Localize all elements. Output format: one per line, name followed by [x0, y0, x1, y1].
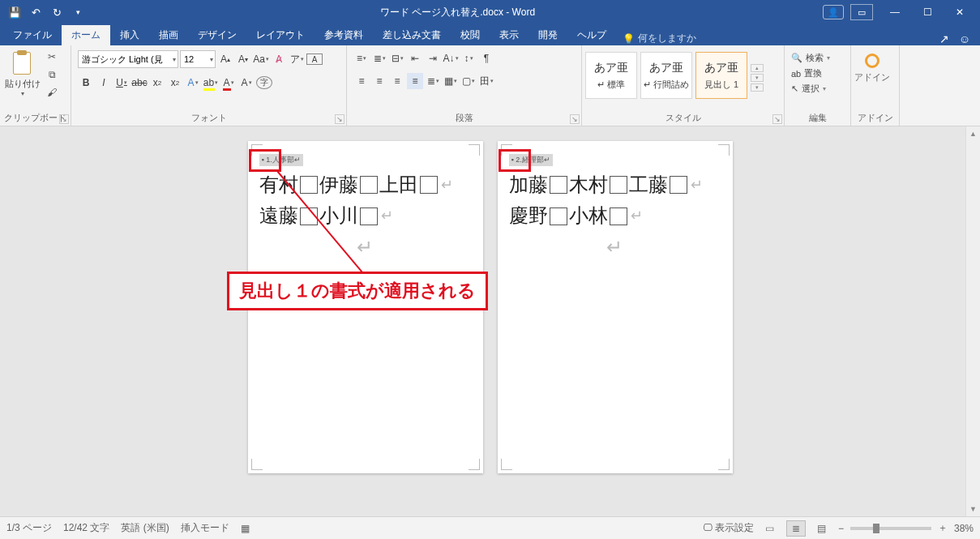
page2-empty: ↵: [509, 232, 721, 263]
lightbulb-icon: 💡: [623, 33, 635, 45]
web-layout-icon[interactable]: ▤: [812, 520, 832, 537]
paragraph-shading-icon[interactable]: 田: [478, 73, 494, 89]
tab-home[interactable]: ホーム: [62, 25, 110, 45]
align-center-icon[interactable]: ≡: [371, 73, 387, 89]
status-page[interactable]: 1/3 ページ: [6, 521, 52, 535]
tab-review[interactable]: 校閲: [451, 25, 490, 45]
character-border-icon[interactable]: A: [306, 53, 323, 65]
increase-indent-icon[interactable]: ⇥: [425, 50, 441, 66]
show-marks-icon[interactable]: ¶: [478, 50, 494, 66]
justify-icon[interactable]: ≡: [407, 73, 423, 89]
paragraph-launcher-icon[interactable]: ↘: [570, 114, 580, 124]
display-settings-button[interactable]: 🖵 表示設定: [703, 521, 754, 535]
find-button[interactable]: 🔍検索▾: [788, 50, 833, 66]
style-normal[interactable]: あア亜 ↵ 標準: [585, 52, 637, 99]
macro-record-icon[interactable]: ▦: [241, 523, 250, 534]
sort-icon[interactable]: A↓: [443, 50, 459, 66]
scroll-down-icon[interactable]: ▼: [966, 502, 980, 516]
font-launcher-icon[interactable]: ↘: [335, 114, 344, 124]
character-shading-icon[interactable]: A: [238, 75, 255, 91]
shrink-font-icon[interactable]: A▾: [235, 51, 251, 67]
enclose-characters-icon[interactable]: 字: [256, 76, 272, 89]
change-case-icon[interactable]: Aa: [253, 51, 269, 67]
tab-help[interactable]: ヘルプ: [567, 25, 616, 45]
tell-me-search[interactable]: 💡 何をしますか: [616, 32, 703, 45]
multilevel-list-icon[interactable]: ⊟: [389, 50, 405, 66]
tab-design[interactable]: デザイン: [188, 25, 246, 45]
zoom-level[interactable]: 38%: [954, 523, 974, 534]
scroll-up-icon[interactable]: ▴: [751, 64, 764, 72]
strikethrough-button[interactable]: abc: [131, 75, 148, 91]
tab-mailings[interactable]: 差し込み文書: [373, 25, 451, 45]
zoom-slider[interactable]: [850, 527, 931, 530]
paste-button[interactable]: 貼り付け ▾: [3, 47, 42, 97]
redo-icon[interactable]: ↻: [50, 6, 63, 19]
print-layout-icon[interactable]: ≣: [786, 520, 806, 537]
page-2[interactable]: ▪ 2.経理部↵ 加藤木村工藤↵ 慶野小林↵ ↵: [498, 141, 733, 473]
tab-view[interactable]: 表示: [490, 25, 529, 45]
align-right-icon[interactable]: ≡: [389, 73, 405, 89]
feedback-icon[interactable]: ☺: [959, 32, 970, 45]
group-clipboard: 貼り付け ▾ ✂ ⧉ 🖌 クリップボード ↘: [0, 45, 71, 126]
style-no-spacing[interactable]: あア亜 ↵ 行間詰め: [640, 52, 692, 99]
zoom-out-button[interactable]: −: [838, 523, 844, 534]
copy-icon[interactable]: ⧉: [45, 68, 58, 81]
borders-icon[interactable]: ▢: [460, 73, 477, 89]
select-button[interactable]: ↖選択▾: [788, 81, 829, 96]
line-spacing-icon[interactable]: ↕: [460, 50, 477, 66]
scroll-down-icon[interactable]: ▾: [751, 74, 764, 82]
subscript-button[interactable]: x2: [149, 75, 165, 91]
decrease-indent-icon[interactable]: ⇤: [407, 50, 423, 66]
account-icon[interactable]: 👤: [823, 5, 844, 19]
underline-button[interactable]: U: [113, 75, 130, 91]
format-painter-icon[interactable]: 🖌: [45, 86, 58, 99]
clear-formatting-icon[interactable]: A̷: [271, 51, 287, 67]
styles-launcher-icon[interactable]: ↘: [772, 114, 782, 124]
status-language[interactable]: 英語 (米国): [121, 521, 169, 535]
tab-developer[interactable]: 開発: [529, 25, 567, 45]
minimize-button[interactable]: —: [879, 2, 910, 22]
scroll-up-icon[interactable]: ▲: [966, 126, 980, 141]
italic-button[interactable]: I: [96, 75, 112, 91]
superscript-button[interactable]: x2: [167, 75, 183, 91]
font-size-combo[interactable]: 12▾: [180, 50, 216, 68]
cut-icon[interactable]: ✂: [45, 50, 58, 63]
align-left-icon[interactable]: ≡: [353, 73, 370, 89]
maximize-button[interactable]: ☐: [912, 2, 943, 22]
tab-insert[interactable]: 挿入: [110, 25, 149, 45]
bold-button[interactable]: B: [78, 75, 94, 91]
tab-layout[interactable]: レイアウト: [246, 25, 315, 45]
replace-button[interactable]: ab置換: [788, 66, 825, 81]
style-heading-1[interactable]: あア亜 見出し 1: [695, 52, 747, 99]
font-color-icon[interactable]: A: [220, 75, 237, 91]
grow-font-icon[interactable]: A▴: [217, 51, 233, 67]
number-list-icon[interactable]: ≣: [371, 50, 387, 66]
styles-more-icon[interactable]: ▾: [751, 83, 764, 92]
text-effects-icon[interactable]: A: [185, 75, 201, 91]
tab-references[interactable]: 参考資料: [315, 25, 373, 45]
distributed-icon[interactable]: ≣: [425, 73, 441, 89]
document-area[interactable]: ▪ 1.人事部↵ 有村伊藤上田↵ 遠藤小川↵ ↵ ▪ 2.経理部↵ 加藤木村工藤…: [0, 126, 980, 516]
styles-scroll[interactable]: ▴ ▾ ▾: [751, 52, 764, 99]
share-icon[interactable]: ↗: [939, 32, 949, 45]
addin-button[interactable]: アドイン: [854, 47, 890, 83]
read-mode-icon[interactable]: ▭: [760, 520, 780, 537]
status-insert-mode[interactable]: 挿入モード: [181, 521, 229, 535]
tab-file[interactable]: ファイル: [3, 25, 62, 45]
close-button[interactable]: ✕: [944, 2, 975, 22]
font-name-combo[interactable]: 游ゴシック Light (見▾: [78, 50, 178, 68]
zoom-in-button[interactable]: ＋: [938, 521, 948, 535]
save-icon[interactable]: 💾: [8, 6, 21, 19]
shading-icon[interactable]: ▦: [443, 73, 459, 89]
phonetic-guide-icon[interactable]: ア: [289, 51, 305, 67]
bullet-list-icon[interactable]: ≡: [353, 50, 370, 66]
clipboard-icon: [11, 50, 34, 76]
status-words[interactable]: 12/42 文字: [63, 521, 109, 535]
qat-customize-icon[interactable]: ▾: [71, 6, 84, 19]
clipboard-launcher-icon[interactable]: ↘: [59, 114, 69, 124]
vertical-scrollbar[interactable]: ▲ ▼: [965, 126, 980, 516]
undo-icon[interactable]: ↶: [29, 6, 42, 19]
tab-draw[interactable]: 描画: [149, 25, 188, 45]
ribbon-display-options-icon[interactable]: ▭: [850, 4, 873, 20]
highlight-color-icon[interactable]: ab: [203, 75, 219, 91]
